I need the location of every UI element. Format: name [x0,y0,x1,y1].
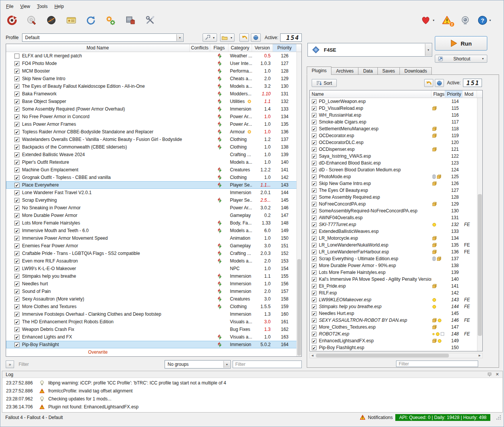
plugin-enabled-checkbox[interactable]: ✔ [312,297,316,302]
plugin-row[interactable]: ✔SomeAssemblyRequired-NoFreeConcordPA.es… [310,207,482,214]
notifications-link[interactable]: Notifications [368,415,393,420]
plugin-enabled-checkbox[interactable]: ✔ [312,311,316,316]
plugin-row[interactable]: ✔PD_VisualReload.esp115 [310,105,482,112]
menu-file[interactable]: File [3,3,17,10]
mod-column-mod-name[interactable]: Mod Name [6,44,190,52]
mod-enabled-checkbox[interactable]: ✔ [14,92,19,96]
mod-enabled-checkbox[interactable]: ✔ [14,342,19,347]
mod-enabled-checkbox[interactable]: ✔ [14,69,19,74]
mod-row[interactable]: ✔Pip-Boy FlashlightImmersion5.0.2164 [6,341,301,348]
mod-row[interactable]: ✔Lone Wanderer Fast Travel V2.0.1Immersi… [6,189,301,196]
menu-view[interactable]: View [17,3,33,10]
tab-plugins[interactable]: Plugins [307,66,331,75]
group-by-select[interactable]: No groups ▼ [165,360,231,368]
plugin-enabled-checkbox[interactable]: ✔ [312,318,316,323]
plugin-enabled-checkbox[interactable]: ✔ [312,291,316,295]
help-button[interactable]: ? ▼ [477,13,491,27]
refresh-button[interactable] [85,13,97,27]
plugin-enabled-checkbox[interactable]: ✔ [312,236,316,240]
mod-enabled-checkbox[interactable]: ✔ [14,137,19,142]
mod-enabled-checkbox[interactable]: ✔ [14,76,19,81]
plugin-row[interactable]: ✔LR_Motorcycle.esp134 [310,235,482,242]
tools-button[interactable] [144,13,156,27]
mo2-logo-button[interactable] [6,13,18,27]
mod-enabled-checkbox[interactable]: ✔ [14,190,19,195]
plugin-enabled-checkbox[interactable]: ✔ [312,263,316,268]
mod-row[interactable]: ✔Scrap EverythingPlayer Se...2.5...145 [6,196,301,204]
plugin-enabled-checkbox[interactable]: ✔ [312,195,316,199]
mod-row[interactable]: ✔Wastelanders Overalls CBBE - Vanilla - … [6,136,301,143]
plugin-row[interactable]: ✔dD - Screen Blood Duration Medium.esp12… [310,166,482,173]
plugin-column-name[interactable]: Name [310,90,431,98]
plugin-row[interactable]: ✔Needles Hurt.esp145 [310,310,482,317]
plugin-enabled-checkbox[interactable]: ✔ [312,188,316,193]
plugin-list-scrollbar[interactable] [477,98,482,351]
plugin-row[interactable]: ✔Saya_Isstring_VWAS.esp122 [310,153,482,160]
plugin-enabled-checkbox[interactable]: ✔ [312,133,316,138]
profile-card-button[interactable] [65,13,77,27]
plugin-row[interactable]: ✔EnhancedLightsandFX.esp149 [310,337,482,344]
plugin-enabled-checkbox[interactable]: ✔ [312,168,316,172]
plugin-row[interactable]: ✔OCDecoratorDLC.esp120 [310,139,482,146]
plugin-enabled-checkbox[interactable]: ✔ [312,345,316,350]
plugin-row[interactable]: ✔ROBOT2K.esp148FE [310,331,482,337]
tab-saves[interactable]: Saves [377,67,400,75]
plugin-row[interactable]: ✔More Durable Power Armor - 90%.esp138 [310,262,482,269]
mod-row[interactable]: ✔Lots More Female HairstylesBody, Fa...1… [6,219,301,227]
mod-enabled-checkbox[interactable]: ✔ [14,228,19,233]
mod-row[interactable]: ✔No Free Power Armor in ConcordPower Ar.… [6,113,301,120]
plugin-enabled-checkbox[interactable]: ✔ [312,284,316,288]
mod-enabled-checkbox[interactable]: ✔ [14,221,19,226]
plugin-horizontal-scrollbar[interactable]: ◀ ▶ [309,353,483,358]
plugin-row[interactable]: ✔LR_LoneWandererFarHarbour.esp136FE [310,248,482,255]
mod-row[interactable]: ✔Place EverywherePlayer Se...1.1...143 [6,181,301,189]
resize-grip[interactable] [496,415,501,420]
plugin-row[interactable]: ✔SKI-T77Turret.esp132FE [310,221,482,228]
mod-enabled-checkbox[interactable]: ✔ [14,244,19,248]
plugin-column-mod[interactable]: Mod [463,90,477,98]
mod-enabled-checkbox[interactable]: ✔ [14,61,19,66]
mod-row[interactable]: ✔Some Assembly Required (Power Armor Ove… [6,105,301,113]
plugin-enabled-checkbox[interactable]: ✔ [312,256,316,261]
mod-row[interactable]: ✔Weapon Debris Crash FixBug Fixes1.3162 [6,326,301,333]
mod-enabled-checkbox[interactable]: ✔ [14,152,19,157]
plugin-enabled-checkbox[interactable]: ✔ [312,147,316,152]
update-check-button[interactable] [459,13,471,27]
shortcut-button[interactable]: Shortcut ▼ [435,55,487,63]
mod-row[interactable]: ✔Sexy Assaultron (More variety)Creatures… [6,295,301,303]
open-folder-button[interactable]: ▼ [220,33,235,42]
plugin-row[interactable]: ✔dD-Enhanced Blood Basic.esp123 [310,160,482,166]
plugin-enabled-checkbox[interactable]: ✔ [312,120,316,124]
mod-filter-input[interactable] [16,361,163,368]
notifications-button[interactable]: 2 [441,13,453,27]
mod-row[interactable]: ✔Needles hurtImmersion1.0156 [6,280,301,288]
mod-enabled-checkbox[interactable]: ✔ [14,319,19,324]
mod-enabled-checkbox[interactable]: ✔ [14,168,19,172]
mod-enabled-checkbox[interactable]: ✔ [14,327,19,332]
mod-row[interactable]: ✔Sound of PainImmersion2.0157 [6,288,301,295]
close-icon[interactable]: ✕ [496,372,499,377]
plugin-enabled-checkbox[interactable]: ✔ [312,174,316,179]
mod-enabled-checkbox[interactable]: ✔ [14,297,19,302]
nexus-globe-button[interactable] [45,13,57,27]
plugin-row[interactable]: ✔Eli_Pride.esp141 [310,283,482,289]
mod-row[interactable]: ✔Immersive Mouth and Teeth - 6.0Models a… [6,227,301,234]
plugin-row[interactable]: ✔Some Assembly Required.esp128 [310,194,482,201]
plugin-enabled-checkbox[interactable]: ✔ [312,215,316,220]
scrollbar-thumb[interactable] [297,259,301,356]
mod-enabled-checkbox[interactable]: ✔ [14,206,19,210]
mod-column-conflicts[interactable]: Conflicts [190,44,210,52]
plugin-row[interactable]: ✔PhotoMode.esp125 [310,173,482,180]
plugin-row[interactable]: ✔ExtendedBallisticWeaves.esp133 [310,228,482,235]
menu-tools[interactable]: Tools [33,3,51,10]
mod-enabled-checkbox[interactable]: ✔ [14,266,19,271]
plugin-row[interactable]: ✔Kal's Immersive PA Move Speed - Agility… [310,276,482,283]
mod-enabled-checkbox[interactable]: ✔ [14,312,19,317]
plugin-row[interactable]: ✔OCDecorator.esp119 [310,132,482,139]
scrollbar-thumb[interactable] [316,354,449,357]
plugin-enabled-checkbox[interactable]: ✔ [312,243,316,247]
plugin-enabled-checkbox[interactable]: ✔ [312,229,316,234]
plugin-row[interactable]: ✔Pip-Boy Flashlight.esp150 [310,344,482,351]
mod-row[interactable]: ✔Baka FrameworkModders...1.10131 [6,90,301,98]
mod-enabled-checkbox[interactable]: ✔ [14,236,19,241]
